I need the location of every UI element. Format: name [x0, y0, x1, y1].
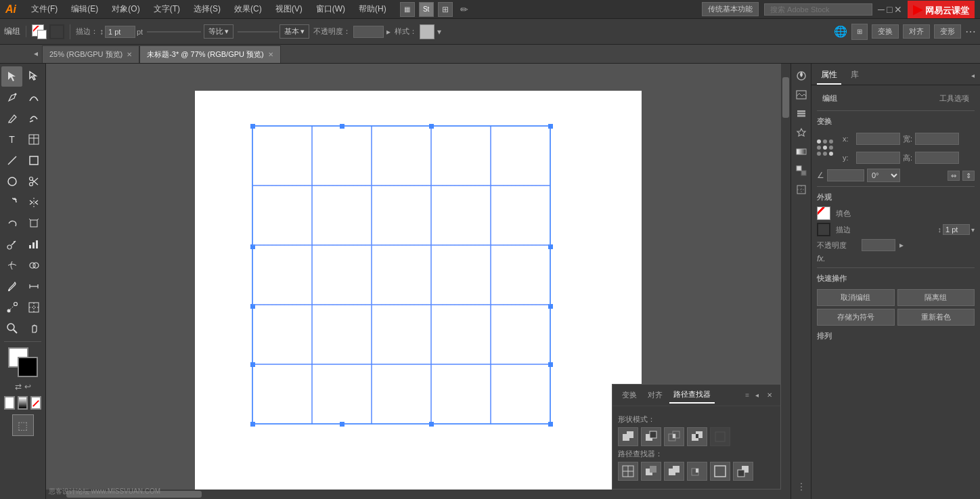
line-tool[interactable]: [1, 150, 22, 171]
measure-tool[interactable]: [23, 276, 44, 297]
panel-effects-icon[interactable]: [793, 125, 809, 141]
transform-reference-grid[interactable]: [817, 139, 834, 157]
menu-file[interactable]: 文件(F): [26, 2, 63, 16]
panel-close-btn[interactable]: ✕: [764, 390, 775, 400]
select-tool[interactable]: [1, 66, 22, 87]
panel-tab-pathfinder[interactable]: 路径查找器: [669, 387, 715, 404]
stroke-width-panel-input[interactable]: [943, 224, 970, 235]
shape-builder-tool[interactable]: [23, 255, 44, 276]
panel-color-icon[interactable]: [793, 68, 809, 84]
appearance-section-header[interactable]: 外观: [817, 191, 975, 204]
opacity-panel-input[interactable]: 100%: [862, 239, 895, 251]
transform-btn[interactable]: 变换: [872, 24, 899, 39]
panel-more-btn[interactable]: ≡: [745, 391, 750, 399]
search-input[interactable]: [764, 3, 872, 16]
warp-tool[interactable]: [1, 213, 22, 234]
style-dropdown-icon[interactable]: ▾: [437, 27, 441, 37]
direct-select-tool[interactable]: [23, 66, 44, 87]
stroke-type-dropdown[interactable]: 等比 ▾: [204, 24, 233, 39]
workspace-button[interactable]: 传统基本功能: [702, 2, 759, 16]
tab-0[interactable]: 25% (RGB/GPU 预览) ✕: [42, 45, 139, 63]
tab-1[interactable]: 未标题-3* @ 77% (RGB/GPU 预览) ✕: [139, 45, 281, 63]
angle-dropdown[interactable]: 0°90°180°: [867, 169, 900, 182]
cancel-group-btn[interactable]: 取消编组: [817, 289, 895, 306]
free-transform-tool[interactable]: [23, 213, 44, 234]
opacity-input[interactable]: 100%: [353, 26, 384, 38]
menu-select[interactable]: 选择(S): [188, 2, 226, 16]
blend-tool[interactable]: [1, 297, 22, 318]
isolate-group-btn[interactable]: 隔离组: [897, 289, 975, 306]
column-graph-tool[interactable]: [23, 234, 44, 255]
rotate-tool[interactable]: [1, 192, 22, 213]
pathfinder-intersect-btn[interactable]: [664, 427, 684, 446]
window-close-btn[interactable]: ✕: [894, 4, 902, 15]
menu-edit[interactable]: 编辑(E): [66, 2, 104, 16]
gradient-mode-btn[interactable]: [18, 396, 28, 410]
panel-image-icon[interactable]: [793, 87, 809, 103]
stroke-swatch[interactable]: [817, 223, 830, 236]
menu-help[interactable]: 帮助(H): [353, 2, 392, 16]
pen-tool[interactable]: [1, 87, 22, 108]
tab-0-close[interactable]: ✕: [127, 51, 132, 58]
color-selector[interactable]: [8, 347, 38, 377]
window-restore-btn[interactable]: □: [887, 4, 892, 15]
flip-v-btn[interactable]: ⇕: [962, 171, 975, 181]
none-mode-btn[interactable]: [30, 396, 41, 410]
panel-collapse-btn[interactable]: ◂: [753, 390, 761, 400]
flip-h-btn[interactable]: ⇔: [948, 171, 960, 181]
vertical-scroll-thumb[interactable]: [782, 77, 789, 118]
stroke-color-swatch[interactable]: [32, 24, 47, 39]
reflect-tool[interactable]: [23, 192, 44, 213]
stroke-style-dropdown[interactable]: 基本 ▾: [280, 24, 309, 39]
menu-text[interactable]: 文字(T): [148, 2, 185, 16]
pathfinder-minus-back-btn[interactable]: [733, 462, 753, 481]
pathfinder-crop-btn[interactable]: [687, 462, 707, 481]
stroke-width-input[interactable]: [105, 26, 135, 38]
smooth-tool[interactable]: [23, 108, 44, 129]
pencil-tool[interactable]: [1, 108, 22, 129]
opacity-arrow-icon[interactable]: ▸: [899, 240, 904, 250]
style-swatch[interactable]: [420, 24, 435, 39]
swap-colors-btn[interactable]: ⇄: [15, 382, 22, 391]
rect-tool[interactable]: [23, 150, 44, 171]
fill-swatch[interactable]: [817, 207, 830, 220]
eyedropper-tool[interactable]: [1, 276, 22, 297]
pathfinder-unite-btn[interactable]: [618, 427, 638, 446]
recolor-btn[interactable]: 重新着色: [897, 309, 975, 326]
symbol-sprayer-tool[interactable]: [1, 234, 22, 255]
stroke-up-icon[interactable]: ↕: [938, 225, 942, 234]
align-btn[interactable]: 对齐: [903, 24, 930, 39]
distort-btn[interactable]: 变形: [934, 24, 961, 39]
menu-effect[interactable]: 效果(C): [229, 2, 267, 16]
background-color[interactable]: [18, 357, 38, 377]
more-btn[interactable]: ⋯: [965, 25, 976, 38]
zoom-tool[interactable]: [1, 318, 22, 339]
height-input[interactable]: 536 px: [915, 152, 959, 164]
width-input[interactable]: 536 px: [915, 133, 959, 145]
panel-tab-transform[interactable]: 变换: [618, 387, 641, 403]
tab-collapse-btn[interactable]: ◂: [30, 44, 42, 63]
type-tool[interactable]: T: [1, 129, 22, 150]
library-tab[interactable]: 库: [847, 66, 863, 85]
curvature-tool[interactable]: [23, 87, 44, 108]
hand-tool[interactable]: [23, 318, 44, 339]
panel-artboards-icon[interactable]: [793, 181, 809, 198]
vertical-scrollbar[interactable]: [781, 64, 790, 499]
fill-color-swatch[interactable]: [49, 24, 64, 39]
ellipse-tool[interactable]: [1, 171, 22, 192]
menu-view[interactable]: 视图(V): [270, 2, 308, 16]
pathfinder-minus-front-btn[interactable]: [641, 427, 661, 446]
pathfinder-outline-btn[interactable]: [710, 462, 730, 481]
save-symbol-btn[interactable]: 存储为符号: [817, 309, 895, 326]
angle-input[interactable]: 0°: [827, 169, 864, 181]
mesh-tool[interactable]: [1, 255, 22, 276]
x-input[interactable]: 376.5 px: [856, 133, 900, 145]
opacity-expand-icon[interactable]: ▸: [386, 27, 391, 37]
panel-gradients-icon[interactable]: [793, 144, 809, 160]
pathfinder-merge-btn[interactable]: [664, 462, 684, 481]
window-minimize-btn[interactable]: ─: [878, 4, 885, 15]
properties-tab[interactable]: 属性: [817, 66, 841, 85]
tab-1-close[interactable]: ✕: [268, 51, 273, 58]
scissors-tool[interactable]: [23, 171, 44, 192]
menu-window[interactable]: 窗口(W): [311, 2, 351, 16]
